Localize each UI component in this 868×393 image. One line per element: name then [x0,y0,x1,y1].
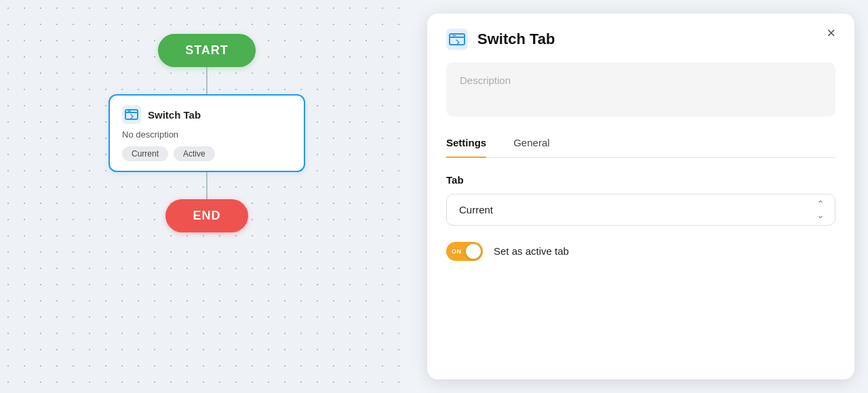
connector-top [206,67,208,94]
panel-header: Switch Tab × [427,14,854,50]
description-placeholder: Description [460,75,511,86]
step-card[interactable]: Switch Tab No description Current Active [108,94,305,172]
start-node: START [158,34,256,67]
tab-general[interactable]: General [513,129,549,158]
end-node: END [165,199,248,232]
tag-active: Active [174,146,215,161]
toggle-track: ON [446,242,483,261]
toggle-row[interactable]: ON Set as active tab [446,242,835,261]
tab-settings[interactable]: Settings [446,129,486,158]
description-area[interactable]: Description [446,62,835,117]
step-tags: Current Active [122,146,292,161]
connector-bottom [206,172,208,199]
active-tab-toggle[interactable]: ON [446,242,483,261]
tab-select[interactable]: Current Active New Tab [446,194,835,226]
step-card-header: Switch Tab [122,105,292,124]
step-description: No description [122,129,292,140]
settings-panel: Switch Tab × Description Settings Genera… [427,14,854,379]
tag-current: Current [122,146,168,161]
toggle-thumb [466,244,481,259]
close-button[interactable]: × [827,26,835,41]
tabs-bar: Settings General [446,129,835,158]
toggle-description: Set as active tab [494,245,569,257]
flow-diagram: START Switch Tab No description Current … [108,34,305,232]
panel-title: Switch Tab [477,30,555,48]
switch-tab-icon [122,105,141,124]
panel-icon [446,28,468,50]
toggle-on-label: ON [452,248,462,255]
tab-field-label: Tab [446,174,835,186]
panel-body: Tab Current Active New Tab ⌃⌄ ON Set as … [427,158,854,277]
step-title: Switch Tab [148,109,201,121]
tab-select-wrapper[interactable]: Current Active New Tab ⌃⌄ [446,194,835,226]
